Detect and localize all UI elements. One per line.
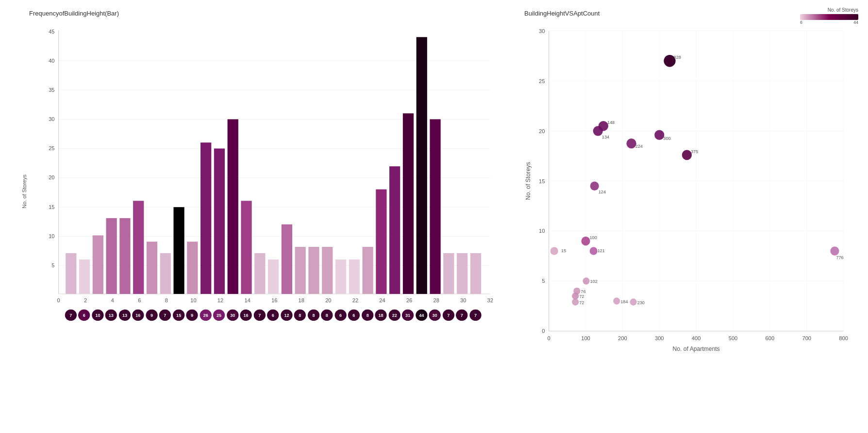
bar-17	[295, 247, 306, 294]
bar-7	[160, 253, 171, 294]
svg-text:6: 6	[339, 313, 342, 318]
svg-text:76: 76	[581, 289, 585, 294]
bar-chart-svg: 5 10 15 20 25 30 35 40 45	[29, 21, 500, 322]
bar-29	[457, 253, 467, 294]
svg-text:30: 30	[460, 298, 466, 304]
bar-16	[282, 225, 292, 294]
scatter-point	[599, 121, 608, 131]
svg-text:72: 72	[579, 294, 584, 299]
left-chart: FrequencyofBuildingHeight(Bar) No. of St…	[0, 0, 505, 433]
bar-26	[417, 37, 427, 294]
bar-14	[254, 253, 265, 294]
svg-text:300: 300	[655, 335, 664, 341]
svg-text:134: 134	[602, 135, 609, 139]
svg-text:8: 8	[326, 313, 328, 318]
svg-text:7: 7	[461, 313, 463, 318]
svg-text:6: 6	[272, 313, 274, 318]
svg-text:400: 400	[692, 335, 701, 341]
svg-text:500: 500	[729, 335, 738, 341]
scatter-point	[581, 237, 590, 246]
svg-text:8: 8	[165, 298, 168, 304]
svg-text:31: 31	[405, 313, 410, 318]
svg-text:30: 30	[49, 117, 54, 122]
bar-21	[349, 260, 360, 294]
svg-text:8: 8	[313, 313, 315, 318]
svg-text:44: 44	[419, 313, 424, 318]
svg-text:148: 148	[607, 120, 615, 125]
svg-text:328: 328	[674, 55, 681, 60]
svg-text:8: 8	[367, 313, 369, 318]
svg-text:40: 40	[49, 58, 54, 64]
bar-chart-area: No. of Storeys	[29, 21, 500, 322]
svg-text:5: 5	[51, 262, 54, 268]
svg-text:10: 10	[539, 228, 545, 234]
svg-text:100: 100	[581, 335, 590, 341]
svg-text:16: 16	[271, 298, 277, 304]
scatter-point	[626, 139, 636, 149]
svg-text:0: 0	[57, 298, 60, 304]
right-chart: No. of Storeys 6 44 BuildingHeightVSAptC…	[505, 0, 868, 433]
svg-text:28: 28	[433, 298, 439, 304]
bar-13	[241, 201, 251, 294]
bar-5	[133, 201, 144, 294]
svg-text:600: 600	[766, 335, 775, 341]
legend-min: 6	[800, 20, 802, 25]
svg-text:300: 300	[663, 136, 670, 141]
svg-text:20: 20	[325, 298, 331, 304]
legend-gradient	[800, 14, 858, 20]
svg-text:22: 22	[392, 313, 397, 318]
svg-text:6: 6	[83, 313, 85, 318]
svg-text:35: 35	[49, 87, 54, 93]
legend-title: No. of Storeys	[828, 7, 858, 13]
bar-0	[66, 253, 76, 294]
svg-text:8: 8	[299, 313, 301, 318]
svg-text:700: 700	[802, 335, 811, 341]
bar-19	[322, 247, 333, 294]
bar-25	[403, 113, 414, 294]
bar-2	[93, 235, 103, 294]
bubble-labels: 7 6 10 13 13 16 9 7 15	[65, 310, 482, 321]
svg-text:16: 16	[135, 313, 140, 318]
svg-text:7: 7	[164, 313, 166, 318]
svg-text:10: 10	[49, 233, 54, 239]
svg-text:32: 32	[487, 298, 493, 304]
bar-11	[214, 149, 225, 294]
main-container: FrequencyofBuildingHeight(Bar) No. of St…	[0, 0, 868, 433]
bar-30	[470, 253, 481, 294]
scatter-point	[583, 277, 589, 284]
legend: No. of Storeys 6 44	[800, 7, 858, 25]
bar-1	[79, 260, 90, 294]
svg-text:12: 12	[284, 313, 289, 318]
bar-23	[376, 190, 386, 294]
bar-6	[147, 242, 157, 294]
bar-18	[308, 247, 319, 294]
svg-text:10: 10	[190, 298, 196, 304]
svg-text:9: 9	[150, 313, 153, 318]
svg-text:30: 30	[230, 313, 235, 318]
svg-text:15: 15	[561, 248, 566, 253]
svg-text:10: 10	[95, 313, 100, 318]
svg-text:5: 5	[542, 278, 545, 284]
svg-text:45: 45	[49, 29, 54, 35]
legend-max: 44	[853, 20, 858, 25]
scatter-point	[613, 297, 620, 304]
legend-ticks: 6 44	[800, 20, 858, 25]
svg-text:72: 72	[579, 300, 584, 305]
svg-text:0: 0	[542, 328, 545, 334]
svg-text:18: 18	[299, 298, 304, 304]
svg-text:7: 7	[258, 313, 261, 318]
svg-text:9: 9	[191, 313, 193, 318]
scatter-point	[630, 298, 637, 305]
svg-text:4: 4	[111, 298, 114, 304]
svg-text:No. of Apartments: No. of Apartments	[673, 346, 720, 352]
svg-text:25: 25	[217, 313, 221, 318]
left-y-axis-label: No. of Storeys	[21, 174, 27, 208]
scatter-point	[682, 150, 692, 160]
svg-text:15: 15	[49, 204, 54, 210]
scatter-point	[590, 247, 598, 255]
svg-text:102: 102	[590, 279, 598, 284]
svg-text:100: 100	[590, 235, 597, 240]
scatter-point	[590, 181, 599, 191]
scatter-point	[572, 298, 579, 305]
svg-text:124: 124	[599, 190, 606, 194]
